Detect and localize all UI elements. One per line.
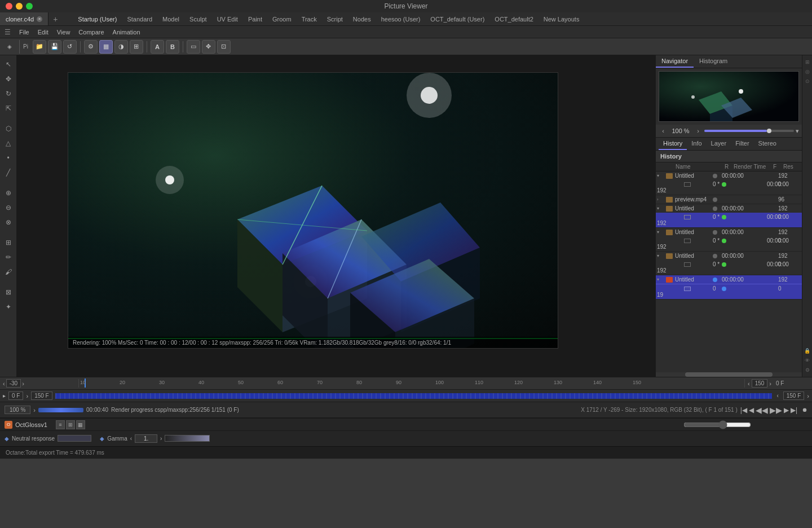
left-icon-select[interactable]: ↖ bbox=[2, 58, 15, 71]
track-toggle[interactable]: ▸ bbox=[3, 393, 6, 399]
menu-compare[interactable]: Compare bbox=[78, 29, 104, 36]
zoom-slider-handle[interactable] bbox=[767, 129, 771, 133]
tab-c4d-close[interactable]: × bbox=[37, 16, 42, 22]
play-first-frame[interactable]: |◀ bbox=[740, 406, 747, 414]
left-icon-extra2[interactable]: ✦ bbox=[2, 300, 15, 314]
layout-tab-new-layouts[interactable]: New Layouts bbox=[539, 15, 584, 24]
menu-view[interactable]: View bbox=[57, 29, 70, 36]
left-icon-paint[interactable]: 🖌 bbox=[2, 265, 15, 279]
traffic-lights[interactable] bbox=[0, 3, 33, 10]
layout-tab-nodes[interactable]: Nodes bbox=[348, 15, 376, 24]
menu-animation[interactable]: Animation bbox=[113, 29, 140, 36]
playback-zoom-value[interactable]: 100 % bbox=[5, 406, 30, 414]
left-icon-polygon[interactable]: △ bbox=[2, 137, 15, 150]
tab-navigator[interactable]: Navigator bbox=[656, 55, 694, 68]
layout-tab-heesoo[interactable]: heesoo (User) bbox=[377, 15, 425, 24]
layout-tab-uvedit[interactable]: UV Edit bbox=[213, 15, 242, 24]
track-end-right[interactable]: › bbox=[807, 393, 809, 399]
toolbar-refresh[interactable]: ↺ bbox=[63, 40, 77, 54]
scrollbar-thumb[interactable] bbox=[685, 372, 773, 377]
timeline-nav-right-arrow[interactable]: › bbox=[22, 380, 24, 387]
toolbar-pan[interactable]: ✥ bbox=[202, 40, 215, 54]
tab-history[interactable]: History bbox=[659, 138, 687, 150]
layout-tab-oct-default[interactable]: OCT_default (User) bbox=[426, 15, 489, 24]
left-icon-snap[interactable]: ⊗ bbox=[2, 215, 15, 229]
left-icon-point[interactable]: • bbox=[2, 151, 15, 165]
track-end-nav[interactable]: ‹ bbox=[775, 393, 780, 399]
menu-file[interactable]: File bbox=[19, 29, 29, 36]
left-icon-object[interactable]: ⬡ bbox=[2, 122, 15, 135]
layout-tab-startup[interactable]: Startup (User) bbox=[73, 15, 121, 24]
expand-icon-5[interactable]: ▾ bbox=[657, 253, 666, 258]
track-nav[interactable]: › bbox=[26, 393, 28, 399]
playback-zoom-expand[interactable]: › bbox=[33, 407, 36, 413]
toolbar-settings[interactable]: ⚙ bbox=[84, 40, 98, 54]
history-row-6-main[interactable]: ▾ Untitled 00:00:00 192 bbox=[656, 275, 802, 284]
toolbar-rect[interactable]: ▭ bbox=[187, 40, 200, 54]
layout-tab-track[interactable]: Track bbox=[297, 15, 321, 24]
toolbar-b[interactable]: B bbox=[166, 40, 179, 54]
history-row-4-child[interactable]: 0 * 00:00:00 0 192 bbox=[656, 236, 802, 251]
left-icon-soft[interactable]: ⊕ bbox=[2, 186, 15, 200]
play-reverse[interactable]: ◀◀ bbox=[756, 406, 768, 415]
tab-filter[interactable]: Filter bbox=[731, 138, 753, 150]
toolbar-zoom-fit[interactable]: ⊡ bbox=[217, 40, 231, 54]
toolbar-a[interactable]: A bbox=[151, 40, 164, 54]
zoom-slider[interactable] bbox=[704, 130, 794, 132]
play-forward[interactable]: ▶▶ bbox=[770, 406, 782, 415]
timeline-start-frame[interactable]: -30 bbox=[6, 379, 21, 388]
tab-histogram[interactable]: Histogram bbox=[694, 55, 733, 68]
play-record[interactable]: ⏺ bbox=[802, 407, 807, 413]
left-icon-axis[interactable]: ⊞ bbox=[2, 236, 15, 249]
layout-tab-model[interactable]: Model bbox=[158, 15, 184, 24]
layout-tab-standard[interactable]: Standard bbox=[122, 15, 157, 24]
neutral-response-swatch[interactable] bbox=[58, 435, 91, 442]
tab-c4d[interactable]: cloner.c4d × bbox=[0, 12, 48, 26]
expand-icon-4[interactable]: ▾ bbox=[657, 230, 666, 235]
history-row-6-child[interactable]: 0 0 19 bbox=[656, 284, 802, 299]
zoom-dropdown[interactable]: ▾ bbox=[796, 127, 799, 135]
left-icon-move[interactable]: ✥ bbox=[2, 72, 15, 86]
zoom-next[interactable]: › bbox=[694, 126, 703, 135]
timeline-end-frame[interactable]: 150 bbox=[752, 379, 768, 388]
gamma-nav-right[interactable]: › bbox=[160, 435, 162, 442]
left-icon-edge[interactable]: ╱ bbox=[2, 166, 15, 179]
layout-tab-oct-default2[interactable]: OCT_default2 bbox=[490, 15, 537, 24]
layout-tab-sculpt[interactable]: Sculpt bbox=[185, 15, 211, 24]
expand-icon-1[interactable]: ▾ bbox=[657, 173, 666, 178]
expand-icon-3[interactable]: ▾ bbox=[657, 206, 666, 211]
history-row-5-main[interactable]: ▾ Untitled 00:00:00 192 bbox=[656, 252, 802, 260]
toolbar-save[interactable]: 💾 bbox=[48, 40, 61, 54]
layout-tab-groom[interactable]: Groom bbox=[268, 15, 296, 24]
gamma-value[interactable]: 1. bbox=[135, 434, 157, 443]
bottom-tab-list[interactable]: ≡ bbox=[56, 420, 65, 429]
menu-edit[interactable]: Edit bbox=[38, 29, 48, 36]
left-icon-scale[interactable]: ⇱ bbox=[2, 102, 15, 115]
toolbar-split[interactable]: ⊞ bbox=[130, 40, 143, 54]
expand-icon-2[interactable]: › bbox=[657, 197, 666, 202]
left-icon-brush[interactable]: ✏ bbox=[2, 250, 15, 264]
tab-info[interactable]: Info bbox=[687, 138, 706, 150]
play-last-frame[interactable]: ▶| bbox=[791, 406, 797, 414]
history-row-1-child[interactable]: 0 * 00:00:00 0 192 bbox=[656, 180, 802, 195]
gamma-nav-left[interactable]: ‹ bbox=[130, 435, 132, 442]
track-start-frame[interactable]: 0 F bbox=[8, 391, 23, 400]
toolbar-left-icon1[interactable]: ◈ bbox=[3, 40, 16, 54]
far-right-icon-1[interactable]: ⊞ bbox=[804, 58, 811, 66]
toolbar-open-folder[interactable]: 📁 bbox=[33, 40, 46, 54]
far-right-icon-eye[interactable]: 👁 bbox=[804, 357, 811, 364]
history-row-4-main[interactable]: ▾ Untitled 00:00:00 192 bbox=[656, 228, 802, 236]
tab-stereo[interactable]: Stereo bbox=[754, 138, 781, 150]
maximize-button[interactable] bbox=[26, 3, 33, 10]
left-icon-rotate[interactable]: ↻ bbox=[2, 87, 15, 100]
timeline-end-nav-left[interactable]: ‹ bbox=[748, 380, 750, 387]
history-row-2-main[interactable]: › preview.mp4 96 bbox=[656, 195, 802, 204]
track-frame2[interactable]: 150 F bbox=[783, 391, 805, 400]
track-end-frame[interactable]: 150 F bbox=[31, 391, 52, 400]
toolbar-contrast[interactable]: ◑ bbox=[114, 40, 128, 54]
timeline-nav-left-arrow[interactable]: ‹ bbox=[3, 380, 5, 387]
far-right-icon-3[interactable]: ⊙ bbox=[804, 77, 811, 85]
toolbar-layers[interactable]: ▦ bbox=[99, 40, 113, 54]
bottom-slider[interactable] bbox=[683, 420, 751, 429]
history-row-3-child[interactable]: 0 * 00:00:00 0 192 bbox=[656, 213, 802, 227]
